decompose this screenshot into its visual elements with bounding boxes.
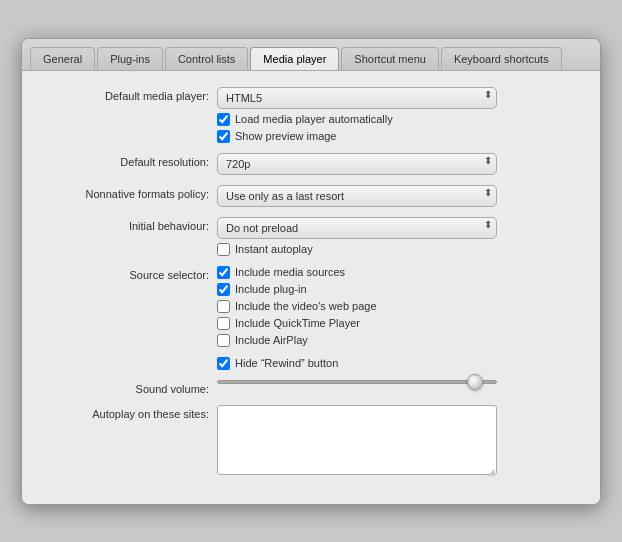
include-video-page-row[interactable]: Include the video's web page (217, 300, 580, 313)
initial-behaviour-select-wrapper: Do not preload Preload metadata Preload … (217, 217, 497, 239)
preferences-window: General Plug-ins Control lists Media pla… (21, 38, 601, 505)
hide-rewind-checkbox-row[interactable]: Hide “Rewind” button (217, 357, 580, 370)
nonnative-formats-select-wrapper: Use only as a last resort Always use Nev… (217, 185, 497, 207)
autoplay-sites-textarea[interactable] (217, 405, 497, 475)
tab-keyboard-shortcuts[interactable]: Keyboard shortcuts (441, 47, 562, 70)
include-video-page-checkbox[interactable] (217, 300, 230, 313)
default-media-player-controls: HTML5 Flash QuickTime Load media player … (217, 87, 580, 143)
load-auto-label: Load media player automatically (235, 113, 393, 125)
tab-shortcut-menu[interactable]: Shortcut menu (341, 47, 439, 70)
initial-behaviour-controls: Do not preload Preload metadata Preload … (217, 217, 580, 256)
hide-rewind-row: Hide “Rewind” button (42, 357, 580, 370)
nonnative-formats-controls: Use only as a last resort Always use Nev… (217, 185, 580, 207)
autoplay-sites-textarea-wrapper (217, 405, 497, 478)
default-resolution-select-wrapper: 360p 480p 720p 1080p (217, 153, 497, 175)
default-resolution-label: Default resolution: (42, 153, 217, 168)
include-airplay-checkbox[interactable] (217, 334, 230, 347)
nonnative-formats-label: Nonnative formats policy: (42, 185, 217, 200)
hide-rewind-spacer (42, 357, 217, 360)
include-media-sources-checkbox[interactable] (217, 266, 230, 279)
sound-volume-label: Sound volume: (42, 380, 217, 395)
default-media-player-label: Default media player: (42, 87, 217, 102)
include-quicktime-row[interactable]: Include QuickTime Player (217, 317, 580, 330)
tab-bar: General Plug-ins Control lists Media pla… (22, 39, 600, 71)
default-media-player-row: Default media player: HTML5 Flash QuickT… (42, 87, 580, 143)
source-selector-label: Source selector: (42, 266, 217, 281)
sound-volume-slider[interactable] (217, 380, 497, 384)
default-resolution-select[interactable]: 360p 480p 720p 1080p (217, 153, 497, 175)
hide-rewind-checkbox[interactable] (217, 357, 230, 370)
nonnative-formats-select[interactable]: Use only as a last resort Always use Nev… (217, 185, 497, 207)
hide-rewind-label: Hide “Rewind” button (235, 357, 338, 369)
instant-autoplay-label: Instant autoplay (235, 243, 313, 255)
tab-media-player[interactable]: Media player (250, 47, 339, 70)
autoplay-sites-row: Autoplay on these sites: (42, 405, 580, 478)
show-preview-label: Show preview image (235, 130, 337, 142)
autoplay-sites-controls (217, 405, 580, 478)
include-plugin-checkbox[interactable] (217, 283, 230, 296)
content-area: Default media player: HTML5 Flash QuickT… (22, 71, 600, 504)
source-selector-row: Source selector: Include media sources I… (42, 266, 580, 347)
include-media-sources-label: Include media sources (235, 266, 345, 278)
tab-control-lists[interactable]: Control lists (165, 47, 248, 70)
default-resolution-controls: 360p 480p 720p 1080p (217, 153, 580, 175)
show-preview-checkbox[interactable] (217, 130, 230, 143)
include-media-sources-row[interactable]: Include media sources (217, 266, 580, 279)
nonnative-formats-row: Nonnative formats policy: Use only as a … (42, 185, 580, 207)
load-auto-checkbox-row[interactable]: Load media player automatically (217, 113, 580, 126)
instant-autoplay-checkbox-row[interactable]: Instant autoplay (217, 243, 580, 256)
default-media-player-select[interactable]: HTML5 Flash QuickTime (217, 87, 497, 109)
source-selector-controls: Include media sources Include plug-in In… (217, 266, 580, 347)
tab-plugins[interactable]: Plug-ins (97, 47, 163, 70)
sound-volume-controls (217, 380, 580, 384)
include-quicktime-label: Include QuickTime Player (235, 317, 360, 329)
sound-volume-row: Sound volume: (42, 380, 580, 395)
initial-behaviour-row: Initial behaviour: Do not preload Preloa… (42, 217, 580, 256)
tab-general[interactable]: General (30, 47, 95, 70)
default-media-player-select-wrapper: HTML5 Flash QuickTime (217, 87, 497, 109)
hide-rewind-controls: Hide “Rewind” button (217, 357, 580, 370)
instant-autoplay-checkbox[interactable] (217, 243, 230, 256)
include-airplay-label: Include AirPlay (235, 334, 308, 346)
include-plugin-label: Include plug-in (235, 283, 307, 295)
initial-behaviour-select[interactable]: Do not preload Preload metadata Preload … (217, 217, 497, 239)
show-preview-checkbox-row[interactable]: Show preview image (217, 130, 580, 143)
load-auto-checkbox[interactable] (217, 113, 230, 126)
include-video-page-label: Include the video's web page (235, 300, 377, 312)
include-plugin-row[interactable]: Include plug-in (217, 283, 580, 296)
include-quicktime-checkbox[interactable] (217, 317, 230, 330)
default-resolution-row: Default resolution: 360p 480p 720p 1080p (42, 153, 580, 175)
initial-behaviour-label: Initial behaviour: (42, 217, 217, 232)
autoplay-sites-label: Autoplay on these sites: (42, 405, 217, 420)
include-airplay-row[interactable]: Include AirPlay (217, 334, 580, 347)
